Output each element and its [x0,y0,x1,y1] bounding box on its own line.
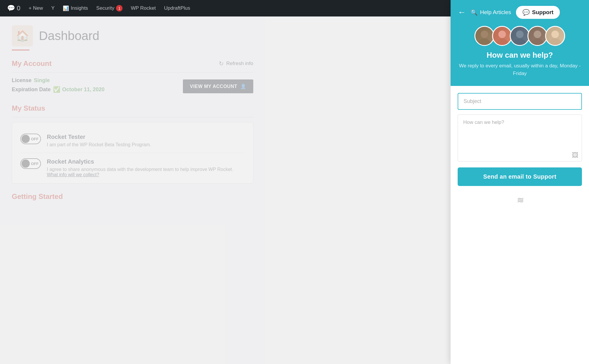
panel-help-subtitle: We reply to every email, usually within … [458,62,582,77]
support-avatars [458,26,582,46]
new-label: + New [29,5,43,11]
back-icon: ← [458,8,466,17]
wprocket-label: WP Rocket [131,5,156,11]
svg-point-4 [516,31,524,38]
image-upload-icon[interactable]: 🖼 [572,152,578,159]
admin-bar-new[interactable]: + New [25,0,47,16]
panel-body: 🖼 Send an email to Support ≋ [451,86,589,364]
send-email-button[interactable]: Send an email to Support [458,167,582,186]
security-label: Security [96,5,114,11]
admin-bar-updraftplus[interactable]: UpdraftPlus [161,0,194,16]
subject-input[interactable] [458,93,582,110]
help-articles-label: Help Articles [480,9,511,16]
admin-bar-security[interactable]: Security 1 [93,0,126,16]
comment-icon: 💬 [7,4,15,12]
message-textarea[interactable] [458,114,582,162]
svg-point-8 [551,31,559,38]
svg-point-9 [549,39,561,46]
overlay [0,16,265,364]
support-label: Support [532,9,554,16]
svg-point-7 [532,39,543,46]
branding-logo: ≋ [517,195,523,205]
svg-point-3 [496,39,508,46]
svg-point-1 [479,39,490,46]
chart-icon: 📊 [63,5,69,11]
back-button[interactable]: ← [458,8,466,17]
panel-branding: ≋ [458,191,582,207]
avatar-5 [545,26,565,46]
message-wrapper: 🖼 [458,114,582,163]
admin-bar-comments[interactable]: 💬 0 [4,0,24,16]
panel-help-title: How can we help? [458,51,582,60]
avatar-group [474,26,565,46]
panel-header: ← 🔍 Help Articles 💬 Support [451,0,589,86]
panel-nav: ← 🔍 Help Articles 💬 Support [458,6,582,19]
admin-bar-yoast[interactable]: Y [48,0,58,16]
chat-icon: 💬 [522,9,530,16]
avatar-1 [474,26,494,46]
svg-point-6 [534,31,541,38]
help-articles-button[interactable]: 🔍 Help Articles [471,9,511,16]
yoast-icon: Y [51,5,54,11]
avatar-4 [527,26,547,46]
updraftplus-label: UpdraftPlus [164,5,190,11]
admin-bar-insights[interactable]: 📊 Insights [59,0,92,16]
comment-count: 0 [17,4,20,12]
svg-point-5 [514,39,526,46]
insights-label: Insights [71,5,88,11]
send-label: Send an email to Support [483,173,556,180]
support-button[interactable]: 💬 Support [516,6,560,19]
security-badge: 1 [116,5,123,11]
admin-bar-wprocket[interactable]: WP Rocket [127,0,159,16]
avatar-3 [510,26,530,46]
svg-point-0 [481,31,488,38]
search-icon: 🔍 [471,9,478,16]
svg-point-2 [498,31,506,38]
avatar-2 [492,26,512,46]
help-panel: ← 🔍 Help Articles 💬 Support [451,0,589,364]
